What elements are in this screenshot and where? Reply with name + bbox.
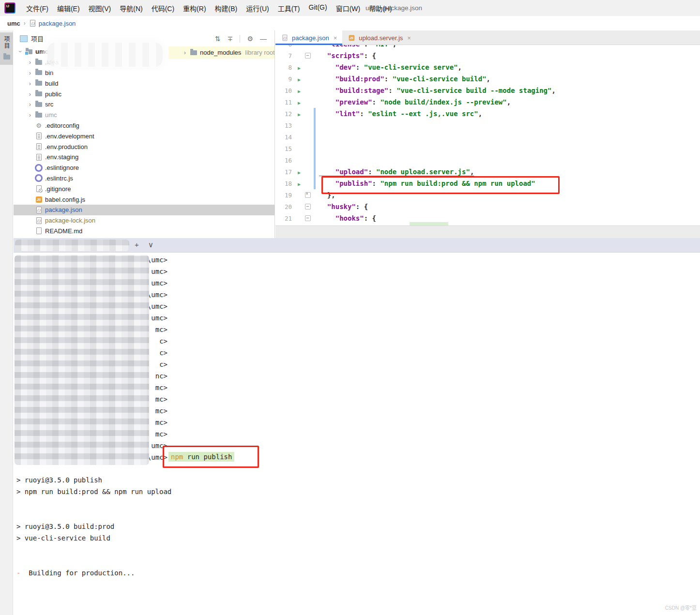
editor[interactable]: package.json×upload.server.js× 6 "licens… bbox=[275, 30, 700, 225]
menu-item[interactable]: 运行(U) bbox=[242, 3, 273, 13]
menu-item[interactable]: 代码(C) bbox=[147, 3, 179, 13]
fold-icon[interactable] bbox=[305, 53, 311, 59]
close-icon[interactable]: × bbox=[334, 34, 337, 42]
gutter-run: ▶ bbox=[295, 87, 304, 94]
tree-item-label: package.json bbox=[45, 206, 82, 213]
close-icon[interactable]: × bbox=[407, 34, 411, 42]
menu-item[interactable]: 编辑(E) bbox=[53, 3, 84, 13]
tree-item-package-json[interactable]: package.json bbox=[14, 205, 274, 215]
menu-item[interactable]: Git(G) bbox=[304, 3, 332, 13]
tree-item-build[interactable]: ›build bbox=[14, 78, 274, 89]
menu-item[interactable]: 窗口(W) bbox=[332, 3, 365, 13]
code-token: "license" bbox=[319, 45, 364, 48]
folder-icon bbox=[35, 90, 43, 98]
tree-item--env-staging[interactable]: .env.staging bbox=[14, 152, 274, 163]
run-script-icon[interactable]: ▶ bbox=[298, 89, 301, 94]
menu-item[interactable]: 工具(T) bbox=[274, 3, 304, 13]
chevron-right-icon[interactable]: › bbox=[25, 69, 35, 76]
tree-item-babel-config-js[interactable]: babel.config.js bbox=[14, 194, 274, 205]
tab-upload-server-js[interactable]: upload.server.js× bbox=[342, 30, 416, 45]
tree-item--gitignore[interactable]: .gitignore bbox=[14, 183, 274, 194]
tree-item-src[interactable]: ›src bbox=[14, 99, 274, 110]
fold-icon[interactable] bbox=[305, 192, 311, 198]
chevron-right-icon[interactable]: › bbox=[25, 101, 35, 108]
tab-package-json[interactable]: package.json× bbox=[275, 30, 342, 45]
chevron-right-icon[interactable]: › bbox=[180, 49, 190, 56]
gutter-run: ▶ bbox=[295, 63, 304, 71]
code-area[interactable]: 6 "license": "MIT",7 "scripts": {8▶ "dev… bbox=[275, 45, 700, 225]
gutter-fold bbox=[304, 53, 312, 59]
window-title: umc - package.json bbox=[365, 4, 422, 12]
editor-bottom-strip bbox=[275, 225, 700, 238]
chevron-right-icon[interactable]: › bbox=[25, 80, 35, 87]
chevron-right-icon[interactable]: › bbox=[25, 90, 35, 98]
gutter-change-bar bbox=[312, 154, 318, 166]
breadcrumb-project[interactable]: umc bbox=[7, 20, 20, 27]
code-token: "upload" bbox=[319, 168, 368, 176]
settings-gear-icon[interactable]: ⚙ bbox=[247, 35, 253, 43]
code-line-20: 20 "husky": { bbox=[275, 201, 700, 212]
file-icon bbox=[35, 227, 43, 235]
tree-item-label: umc bbox=[35, 48, 48, 55]
tree-item-umc[interactable]: ›umc bbox=[14, 110, 274, 120]
tree-item--env-development[interactable]: .env.development bbox=[14, 131, 274, 141]
chevron-right-icon[interactable]: › bbox=[25, 59, 35, 66]
breadcrumb-file[interactable]: package.json bbox=[39, 20, 76, 27]
code-token: "publish" bbox=[319, 180, 372, 187]
fold-icon[interactable] bbox=[305, 215, 311, 221]
terminal[interactable]: \umc>umc>umc>\umc>\umc>umc>mc>c>c>c>nc>m… bbox=[14, 253, 700, 615]
menu-item[interactable]: 重构(R) bbox=[179, 3, 210, 13]
tree-item-public[interactable]: ›public bbox=[14, 89, 274, 99]
code-token: }, bbox=[319, 191, 335, 199]
code-token: : { bbox=[364, 214, 376, 222]
menu-item[interactable]: 构建(B) bbox=[211, 3, 242, 13]
gutter-run: ▶ bbox=[295, 110, 304, 118]
terminal-output-line bbox=[16, 498, 700, 510]
line-number: 19 bbox=[275, 192, 295, 199]
line-number: 13 bbox=[275, 122, 295, 129]
code-token: "build:prod" bbox=[319, 75, 384, 83]
tree-item-readme-md[interactable]: README.md bbox=[14, 226, 274, 237]
tree-item--eslintignore[interactable]: .eslintignore bbox=[14, 163, 274, 173]
breadcrumb-separator-icon: › bbox=[24, 20, 26, 27]
folder-icon bbox=[190, 49, 198, 57]
locate-file-icon[interactable]: ⇅ bbox=[215, 35, 221, 43]
chevron-right-icon[interactable]: › bbox=[25, 111, 35, 119]
run-script-icon[interactable]: ▶ bbox=[298, 112, 301, 117]
code-line-21: 21 "hooks": { bbox=[275, 212, 700, 224]
tree-item--editorconfig[interactable]: .editorconfig bbox=[14, 120, 274, 131]
chevron-down-icon[interactable]: › bbox=[17, 47, 24, 57]
tree-item--eslintrc-js[interactable]: .eslintrc.js bbox=[14, 173, 274, 184]
code-token: "preview" bbox=[319, 98, 372, 106]
menu-item[interactable]: 导航(N) bbox=[115, 3, 147, 13]
tree-item-node-modules[interactable]: ›node_moduleslibrary root bbox=[168, 46, 275, 59]
new-terminal-button[interactable]: + bbox=[135, 240, 139, 249]
hide-panel-icon[interactable]: — bbox=[260, 35, 267, 43]
gutter-run: ▶ bbox=[295, 168, 304, 176]
tree-item-bin[interactable]: ›bin bbox=[14, 68, 274, 78]
run-script-icon[interactable]: ▶ bbox=[298, 181, 301, 187]
menu-item[interactable]: 视图(V) bbox=[84, 3, 116, 13]
editor-tabs: package.json×upload.server.js× bbox=[275, 30, 700, 45]
gutter-change-bar bbox=[312, 96, 318, 108]
tool-window-stripe: 项目 bbox=[0, 30, 13, 615]
code-token: "vue-cli-service build --mode staging" bbox=[396, 87, 551, 94]
tree-item-package-lock-json[interactable]: package-lock.json bbox=[14, 215, 274, 226]
breadcrumb: umc › package.json bbox=[0, 16, 700, 30]
code-text: "lint": "eslint --ext .js,.vue src", bbox=[318, 110, 482, 118]
terminal-tab-censored[interactable] bbox=[15, 240, 129, 251]
collapse-all-icon[interactable]: ∓ bbox=[228, 35, 233, 43]
tree-item--env-production[interactable]: .env.production bbox=[14, 141, 274, 152]
run-script-icon[interactable]: ▶ bbox=[298, 77, 301, 82]
menu-item[interactable]: 文件(F) bbox=[22, 3, 53, 13]
code-token: : bbox=[356, 63, 364, 71]
run-script-icon[interactable]: ▶ bbox=[298, 65, 301, 71]
run-script-icon[interactable]: ▶ bbox=[298, 170, 301, 175]
fold-icon[interactable] bbox=[305, 204, 311, 210]
code-line-9: 9▶ "build:prod": "vue-cli-service build"… bbox=[275, 73, 700, 85]
terminal-dropdown-icon[interactable]: ∨ bbox=[148, 240, 153, 249]
code-token: "vue-cli-service serve" bbox=[364, 63, 458, 71]
run-script-icon[interactable]: ▶ bbox=[298, 100, 301, 105]
project-tool-window-button[interactable]: 项目 bbox=[0, 32, 13, 65]
tree-item-label: README.md bbox=[45, 227, 82, 235]
